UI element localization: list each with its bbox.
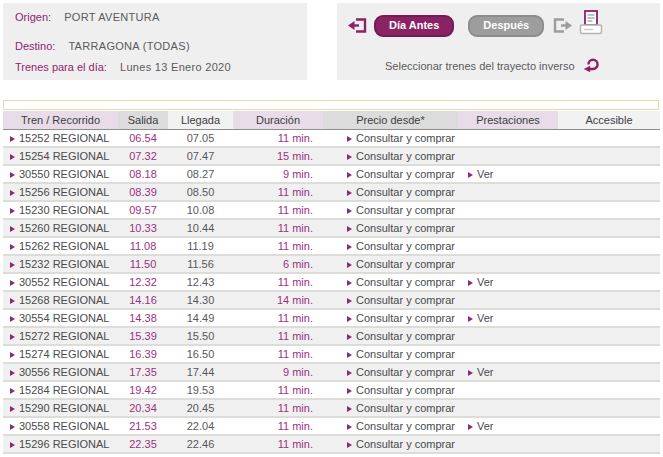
triangle-bullet-icon: [468, 424, 473, 430]
departure-time-label: 15.39: [129, 330, 157, 342]
train-link-label: 30554 REGIONAL: [19, 312, 110, 324]
printer-icon[interactable]: [578, 9, 604, 39]
col-header-arrival: Llegada: [168, 111, 233, 129]
train-row: 15272 REGIONAL15.3915.5011 min.Consultar…: [3, 328, 660, 346]
origin-value: PORT AVENTURA: [64, 11, 160, 23]
consult-buy-link[interactable]: Consultar y comprar: [323, 130, 458, 146]
accessible-cell: [558, 346, 660, 362]
train-link[interactable]: 30554 REGIONAL: [3, 310, 118, 326]
next-day-button[interactable]: Después: [468, 15, 544, 37]
exit-arrow-left-icon[interactable]: [346, 16, 368, 37]
services-ver-link[interactable]: Ver: [458, 166, 558, 182]
col-header-price: Precio desde*: [323, 111, 458, 129]
consult-buy-link[interactable]: Consultar y comprar: [323, 364, 458, 380]
consult-buy-link[interactable]: Consultar y comprar: [323, 436, 458, 452]
departure-time-label: 07.32: [129, 150, 157, 162]
services-cell: [458, 400, 558, 416]
col-header-accessible: Accesible: [558, 111, 660, 129]
train-link[interactable]: 15262 REGIONAL: [3, 238, 118, 254]
services-ver-link-label: Ver: [477, 420, 494, 432]
departure-time-label: 17.35: [129, 366, 157, 378]
train-row: 15252 REGIONAL06.5407.0511 min.Consultar…: [3, 130, 660, 148]
consult-buy-link[interactable]: Consultar y comprar: [323, 274, 458, 290]
train-link[interactable]: 30552 REGIONAL: [3, 274, 118, 290]
accessible-cell: [558, 220, 660, 236]
col-header-services: Prestaciones: [458, 111, 558, 129]
train-link[interactable]: 15274 REGIONAL: [3, 346, 118, 362]
train-link[interactable]: 30558 REGIONAL: [3, 418, 118, 434]
triangle-bullet-icon: [10, 190, 15, 196]
train-link-label: 15262 REGIONAL: [19, 240, 110, 252]
triangle-bullet-icon: [10, 280, 15, 286]
train-link[interactable]: 15284 REGIONAL: [3, 382, 118, 398]
consult-buy-link[interactable]: Consultar y comprar: [323, 382, 458, 398]
arrival-time: 10.08: [168, 202, 233, 218]
departure-time-label: 10.33: [129, 222, 157, 234]
accessible-cell: [558, 202, 660, 218]
train-link[interactable]: 15260 REGIONAL: [3, 220, 118, 236]
inverse-route-link[interactable]: Seleccionar trenes del trayecto inverso: [385, 55, 603, 76]
consult-buy-link[interactable]: Consultar y comprar: [323, 292, 458, 308]
departure-time: 06.54: [118, 130, 168, 146]
consult-buy-link[interactable]: Consultar y comprar: [323, 238, 458, 254]
return-arrow-icon[interactable]: [582, 55, 603, 76]
train-link[interactable]: 15290 REGIONAL: [3, 400, 118, 416]
services-ver-link[interactable]: Ver: [458, 274, 558, 290]
duration-value-label: 11 min.: [278, 420, 313, 432]
services-cell: [458, 382, 558, 398]
consult-buy-link[interactable]: Consultar y comprar: [323, 202, 458, 218]
train-link[interactable]: 15254 REGIONAL: [3, 148, 118, 164]
arrival-time: 16.50: [168, 346, 233, 362]
train-link[interactable]: 30556 REGIONAL: [3, 364, 118, 380]
exit-arrow-right-icon[interactable]: [552, 16, 574, 37]
accessible-cell: [558, 274, 660, 290]
consult-buy-link[interactable]: Consultar y comprar: [323, 310, 458, 326]
departure-time-label: 12.32: [129, 276, 157, 288]
triangle-bullet-icon: [10, 388, 15, 394]
services-cell: [458, 130, 558, 146]
consult-buy-link[interactable]: Consultar y comprar: [323, 418, 458, 434]
train-link[interactable]: 15230 REGIONAL: [3, 202, 118, 218]
services-ver-link[interactable]: Ver: [458, 418, 558, 434]
train-link[interactable]: 15272 REGIONAL: [3, 328, 118, 344]
train-link-label: 15274 REGIONAL: [19, 348, 110, 360]
train-link-label: 30552 REGIONAL: [19, 276, 110, 288]
consult-buy-link[interactable]: Consultar y comprar: [323, 220, 458, 236]
train-link[interactable]: 15256 REGIONAL: [3, 184, 118, 200]
train-link-label: 15230 REGIONAL: [19, 204, 110, 216]
services-cell: [458, 328, 558, 344]
departure-time: 09.57: [118, 202, 168, 218]
consult-buy-link[interactable]: Consultar y comprar: [323, 184, 458, 200]
previous-day-button[interactable]: Día Antes: [374, 15, 454, 37]
train-link[interactable]: 15268 REGIONAL: [3, 292, 118, 308]
train-row: 15296 REGIONAL22.3522.4611 min.Consultar…: [3, 436, 660, 454]
train-link-label: 15252 REGIONAL: [19, 132, 110, 144]
triangle-bullet-icon: [468, 280, 473, 286]
train-link[interactable]: 15252 REGIONAL: [3, 130, 118, 146]
triangle-bullet-icon: [10, 442, 15, 448]
triangle-bullet-icon: [10, 136, 15, 142]
duration-value-label: 9 min.: [283, 168, 313, 180]
consult-buy-link[interactable]: Consultar y comprar: [323, 148, 458, 164]
triangle-bullet-icon: [10, 406, 15, 412]
train-link-label: 15296 REGIONAL: [19, 438, 110, 450]
arrival-time: 22.46: [168, 436, 233, 452]
services-cell: [458, 184, 558, 200]
consult-buy-link[interactable]: Consultar y comprar: [323, 328, 458, 344]
train-link[interactable]: 30550 REGIONAL: [3, 166, 118, 182]
train-link[interactable]: 15232 REGIONAL: [3, 256, 118, 272]
services-ver-link[interactable]: Ver: [458, 364, 558, 380]
duration-value-label: 11 min.: [278, 204, 313, 216]
services-ver-link[interactable]: Ver: [458, 310, 558, 326]
departure-time-label: 21.53: [129, 420, 157, 432]
departure-time-label: 08.18: [129, 168, 157, 180]
consult-buy-link[interactable]: Consultar y comprar: [323, 400, 458, 416]
departure-time: 22.35: [118, 436, 168, 452]
triangle-bullet-icon: [347, 226, 352, 232]
arrival-time: 17.44: [168, 364, 233, 380]
consult-buy-link[interactable]: Consultar y comprar: [323, 166, 458, 182]
consult-buy-link[interactable]: Consultar y comprar: [323, 256, 458, 272]
train-link[interactable]: 15296 REGIONAL: [3, 436, 118, 452]
arrival-time: 19.53: [168, 382, 233, 398]
consult-buy-link[interactable]: Consultar y comprar: [323, 346, 458, 362]
